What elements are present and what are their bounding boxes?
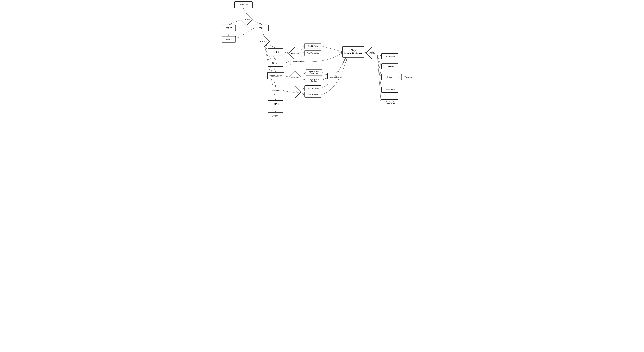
svg-line-19 [284,76,289,77]
access-files-home-node: Access Files [289,48,301,59]
svg-line-28 [378,53,381,56]
svg-line-31 [378,56,381,90]
import-export-node: Import/Export [267,72,284,79]
svg-line-13 [284,52,289,53]
lyrics-node: Lyrics [381,74,398,80]
main-menu-node: Main Menu [258,36,270,47]
play-music-node: Play Music/Podcast [342,46,364,58]
svg-line-20 [301,73,306,75]
arrange-files-node: Arrange Files [289,71,301,83]
svg-line-26 [301,93,304,95]
svg-line-17 [321,53,342,53]
svg-line-3 [252,20,262,25]
home-node: Home [268,49,284,56]
import-google-node: Import/Export via Google Drive [306,70,322,76]
play-rewind-node: Play/Rewind /Forward/Shuffle [381,99,398,106]
svg-line-24 [284,91,289,92]
view-edit-playlist-home-node: View/Edit Playlist [304,43,321,49]
svg-line-23 [322,78,327,80]
favorite-node: Favorite [268,87,284,94]
svg-line-22 [322,73,327,75]
import-dropbox-node: Import/Export via Dropbox [306,77,322,83]
onboarding-node: Onboarding [241,14,252,25]
settings-node: Settings [268,112,284,119]
search-results-node: Search Results [290,59,308,65]
access-files-fav-node: Access Files [289,86,301,98]
svg-line-30 [378,56,381,77]
svg-line-29 [378,55,381,66]
translate-node: Translate [401,74,415,80]
svg-line-15 [301,53,304,53]
search-node: Search [268,60,284,67]
launch-app-node: Launch App [234,2,252,9]
svg-line-2 [229,20,241,25]
svg-line-25 [301,88,304,90]
svg-line-16 [321,46,342,52]
svg-line-32 [378,56,381,101]
download-node: Download [381,64,398,69]
svg-line-5 [236,28,255,39]
album-view-node: Album View [381,87,398,93]
log-in-node: Log In [255,25,269,31]
file-settings-node: File Settings [381,53,398,59]
artist-podcast-info-home-node: Artist/ Podcast Info [304,50,321,56]
svg-line-14 [301,46,304,50]
media-file-options-node: Media File Options [366,48,378,59]
file-imported-node: File Imported/Exported [327,73,344,79]
svg-line-18 [284,62,290,63]
view-edit-playlist-fav-node: View/Edit Playlist [304,92,321,98]
artist-podcast-fav-node: Artist/ Podcast Info [304,85,321,91]
svg-line-21 [301,79,306,80]
success-node: Success [222,36,236,43]
svg-line-1 [244,9,247,14]
flowchart-diagram: Launch App Onboarding Register Log In Su… [220,0,424,129]
profile-node: Profile [268,100,284,107]
register-node: Register [222,25,236,31]
